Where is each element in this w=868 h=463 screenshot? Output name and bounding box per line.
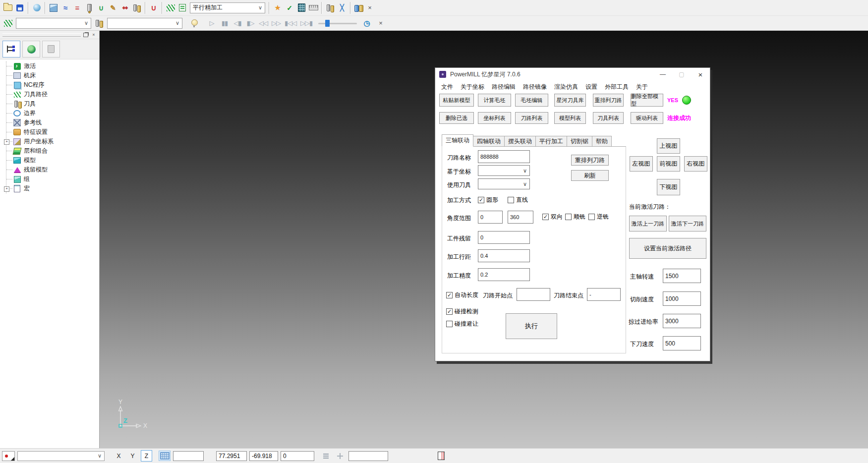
pause-button[interactable]: ▮▮ <box>218 19 231 27</box>
measure-field[interactable] <box>348 451 388 461</box>
tab-4axis[interactable]: 四轴联动 <box>473 136 505 147</box>
cylinders-button[interactable] <box>353 2 365 14</box>
tab-swivel-head[interactable]: 摆头联动 <box>505 136 536 147</box>
maximize-button[interactable]: ▢ <box>672 68 691 81</box>
blank-sphere-button[interactable] <box>31 2 43 14</box>
menu-item-about[interactable]: 关于 <box>636 83 648 91</box>
view-top-button[interactable]: 上视图 <box>657 138 680 154</box>
toolpath-name-input[interactable] <box>478 150 530 163</box>
stepover-input[interactable] <box>478 249 530 262</box>
climb-checkbox[interactable]: 顺铣 <box>565 213 585 221</box>
activate-prev-toolpath-button[interactable]: 激活上一刀路 <box>629 216 667 232</box>
menu-item-render-simulation[interactable]: 渲染仿真 <box>554 83 578 91</box>
measure-button[interactable] <box>307 2 319 14</box>
simulation-toolpath-button[interactable] <box>2 17 14 29</box>
start-point-input[interactable] <box>517 288 550 301</box>
calculator-button[interactable] <box>295 2 307 14</box>
line-checkbox[interactable]: 直线 <box>508 196 528 204</box>
tolerance-input[interactable] <box>478 268 530 281</box>
tree-item-stock-models[interactable]: 残留模型 <box>6 165 99 174</box>
angle-start-input[interactable] <box>478 211 503 224</box>
snap-field[interactable] <box>173 451 204 461</box>
based-coord-combobox[interactable]: ∨ <box>478 165 530 176</box>
drive-list-button[interactable]: 驱动列表 <box>631 112 663 124</box>
axis-y-button[interactable]: Y <box>127 450 138 462</box>
playback-toolbar-close-button[interactable]: × <box>376 19 386 27</box>
stock-edit-button[interactable]: 毛坯编辑 <box>515 94 548 107</box>
menu-item-external-tools[interactable]: 外部工具 <box>605 83 629 91</box>
panel-grip[interactable] <box>2 33 81 37</box>
transform-axes-button[interactable]: ╳ <box>336 2 348 14</box>
rearrange-toolpaths-button[interactable]: 重排列刀路 <box>593 94 624 107</box>
simulation-tool-combobox[interactable]: ∨ <box>107 18 182 29</box>
active-toolpath-button[interactable] <box>165 2 176 14</box>
tool-create-button[interactable] <box>83 2 95 14</box>
rearrange-toolpath-button[interactable]: 重排列刀路 <box>571 155 609 166</box>
tab-explorer-tree[interactable] <box>2 41 20 58</box>
step-back-button[interactable]: ◁▮ <box>231 19 244 27</box>
menu-item-file[interactable]: 文件 <box>441 83 453 91</box>
tab-explorer-recycle[interactable] <box>42 41 60 58</box>
skim-feed-input[interactable] <box>663 314 701 328</box>
simulation-toolpath-combobox[interactable]: ∨ <box>16 18 91 29</box>
axis-x-button[interactable]: X <box>113 450 124 462</box>
conventional-checkbox[interactable]: 逆铣 <box>588 213 609 221</box>
coord-list-button[interactable]: 坐标列表 <box>478 112 511 124</box>
menu-item-about-coords[interactable]: 关于坐标 <box>461 83 484 91</box>
panel-close-button[interactable]: × <box>90 31 98 38</box>
tree-item-levels-sets[interactable]: 层和组合 <box>6 146 99 156</box>
machining-strategy-button[interactable]: ≡ <box>71 2 83 14</box>
expander-icon[interactable]: + <box>4 186 9 192</box>
spindle-speed-input[interactable] <box>663 269 701 283</box>
play-button[interactable]: ▷ <box>205 19 218 27</box>
tree-item-activate[interactable]: 激活 <box>6 61 99 71</box>
tool-holder-button[interactable] <box>131 2 143 14</box>
circle-checkbox[interactable]: ✓ 圆形 <box>478 196 498 204</box>
toolpath-star-button[interactable]: ★ <box>272 2 284 14</box>
tree-item-tools[interactable]: 刀具 <box>6 99 99 109</box>
go-end-button[interactable]: ▷▷▮ <box>298 19 314 27</box>
toolpath-verify-button[interactable]: ✓ <box>284 2 295 14</box>
grid-toggle-button[interactable] <box>159 451 171 461</box>
compute-stock-button[interactable]: 计算毛坯 <box>478 94 511 107</box>
close-button[interactable]: × <box>691 68 710 81</box>
view-front-button[interactable]: 前视图 <box>657 156 680 172</box>
coord-z-field[interactable]: 0 <box>281 451 314 461</box>
tree-item-models[interactable]: 模型 <box>6 156 99 165</box>
tree-item-groups[interactable]: 组 <box>6 174 99 184</box>
collision-avoid-checkbox[interactable]: 碰撞避让 <box>446 320 478 328</box>
set-active-path-button[interactable]: 设置当前激活路径 <box>629 238 706 259</box>
delete-all-models-button[interactable]: 删除全部模型 <box>631 94 663 107</box>
dialog-titlebar[interactable]: PowerMILL 忆梦星河 7.0.6 — ▢ × <box>435 68 710 81</box>
tool-list-button[interactable]: 刀具列表 <box>593 112 624 124</box>
view-left-button[interactable]: 左视图 <box>630 156 653 172</box>
simulation-speed-slider[interactable] <box>318 19 357 27</box>
tree-item-feature-sets[interactable]: 特征设置 <box>6 127 99 137</box>
refresh-button[interactable]: 刷新 <box>571 170 609 181</box>
plunge-feed-input[interactable] <box>663 336 701 350</box>
coord-x-field[interactable]: 77.2951 <box>216 451 247 461</box>
auto-length-checkbox[interactable]: ✓ 自动长度 <box>446 291 478 299</box>
toolpath-list-button[interactable]: 刀路列表 <box>515 112 548 124</box>
tab-3axis[interactable]: 三轴联动 <box>442 134 473 147</box>
tree-item-machine-tool[interactable]: 机床 <box>6 71 99 80</box>
tab-saw[interactable]: 切割锯 <box>567 136 592 147</box>
delete-selected-button[interactable]: 删除已选 <box>439 112 474 124</box>
tree-item-nc-program[interactable]: NC程序 <box>6 80 99 90</box>
coord-y-field[interactable]: -69.918 <box>249 451 278 461</box>
page-toggle-button[interactable] <box>435 451 447 461</box>
tree-item-workplanes[interactable]: +用户坐标系 <box>6 137 99 146</box>
execute-button[interactable]: 执行 <box>506 313 557 339</box>
draw-cursor-icon[interactable] <box>2 451 15 461</box>
tool-library-button[interactable]: 星河刀具库 <box>554 94 586 107</box>
bidirectional-checkbox[interactable]: ✓ 双向 <box>542 213 563 221</box>
go-start-button[interactable]: ▮◁◁ <box>283 19 298 27</box>
menu-item-path-mirror[interactable]: 路径镜像 <box>523 83 547 91</box>
slider-handle[interactable] <box>325 20 330 27</box>
position-combobox[interactable]: ∨ <box>17 451 105 461</box>
view-right-button[interactable]: 右视图 <box>684 156 707 172</box>
locate-point-icon[interactable] <box>334 451 346 461</box>
tree-item-patterns[interactable]: 参考线 <box>6 118 99 127</box>
view-bottom-button[interactable]: 下视图 <box>657 179 680 195</box>
tool-pair-button[interactable] <box>324 2 336 14</box>
